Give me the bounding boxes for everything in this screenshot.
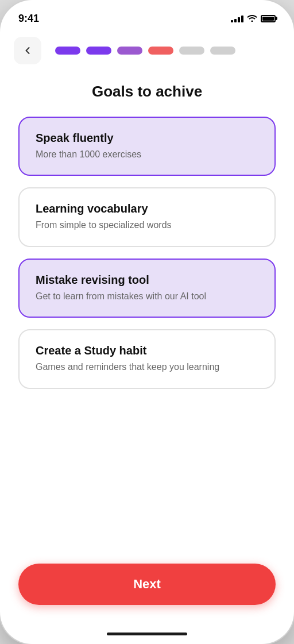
- goal-title-mistake-revising: Mistake revising tool: [36, 273, 258, 287]
- page-title: Goals to achive: [18, 83, 276, 101]
- progress-dot-2: [86, 47, 111, 55]
- wifi-icon: [247, 14, 257, 24]
- goal-desc-speak-fluently: More than 1000 exercises: [36, 148, 258, 161]
- progress-indicator: [51, 47, 280, 55]
- chevron-left-icon: [22, 45, 33, 56]
- goal-desc-learning-vocabulary: From simple to specialized words: [36, 219, 258, 232]
- status-time: 9:41: [18, 13, 39, 25]
- bottom-area: Next: [0, 559, 294, 623]
- progress-dot-3: [117, 47, 142, 55]
- progress-dot-5: [179, 47, 204, 55]
- goal-card-mistake-revising[interactable]: Mistake revising tool Get to learn from …: [18, 259, 276, 318]
- goal-card-learning-vocabulary[interactable]: Learning vocabulary From simple to speci…: [18, 187, 276, 246]
- main-content: Goals to achive Speak fluently More than…: [0, 74, 294, 559]
- next-button-label: Next: [133, 577, 161, 592]
- goal-card-study-habit[interactable]: Create a Study habit Games and reminders…: [18, 329, 276, 388]
- goal-title-speak-fluently: Speak fluently: [36, 132, 258, 145]
- back-button[interactable]: [14, 37, 41, 64]
- progress-dot-1: [55, 47, 80, 55]
- status-bar: 9:41: [0, 0, 294, 32]
- next-button[interactable]: Next: [18, 564, 276, 605]
- progress-dot-4: [148, 47, 173, 55]
- signal-icon: [231, 14, 243, 22]
- phone-frame: 9:41: [0, 0, 294, 644]
- goal-title-learning-vocabulary: Learning vocabulary: [36, 202, 258, 215]
- goal-desc-mistake-revising: Get to learn from mistakes with our AI t…: [36, 290, 258, 303]
- battery-icon: [261, 15, 276, 22]
- home-indicator: [0, 623, 294, 644]
- progress-dot-6: [210, 47, 235, 55]
- home-bar: [107, 633, 187, 635]
- goal-title-study-habit: Create a Study habit: [36, 344, 258, 357]
- goal-desc-study-habit: Games and reminders that keep you learni…: [36, 361, 258, 373]
- status-icons: [231, 14, 276, 24]
- nav-area: [0, 32, 294, 74]
- goal-card-speak-fluently[interactable]: Speak fluently More than 1000 exercises: [18, 117, 276, 176]
